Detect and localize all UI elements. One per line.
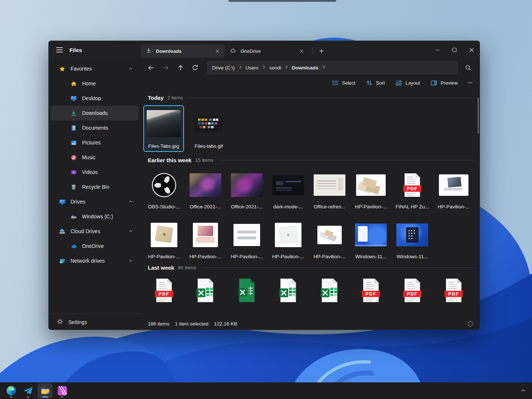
- taskbar-app-edge[interactable]: [4, 383, 18, 398]
- file-item[interactable]: HP-Pavilion-...: [185, 221, 226, 259]
- group-count: 2 items: [167, 95, 183, 100]
- file-item[interactable]: Office-2021-...: [226, 171, 267, 209]
- sidebar-section-favorites[interactable]: Favorites: [51, 61, 139, 76]
- sidebar-item-home[interactable]: Home: [51, 76, 139, 91]
- file-item[interactable]: HP-Pavilion-...: [267, 221, 309, 259]
- layout-button[interactable]: Layout: [391, 77, 424, 89]
- sidebar-item-pictures[interactable]: Pictures: [51, 135, 139, 150]
- more-options-button[interactable]: [464, 77, 476, 88]
- file-item[interactable]: HP-Pavilion-...: [309, 221, 350, 259]
- file-item[interactable]: PDF: [143, 277, 185, 303]
- tab-label: Downloads: [156, 48, 209, 54]
- sidebar-section-label: Network drives: [71, 258, 123, 264]
- tray-chevron-icon[interactable]: [521, 388, 528, 394]
- forward-button[interactable]: [159, 62, 172, 74]
- file-name: FINAL HP Zu...: [396, 204, 429, 209]
- titlebar: Files DownloadsOneDrive: [48, 41, 480, 59]
- chevron-down-icon[interactable]: [128, 258, 133, 263]
- sidebar-item-onedrive[interactable]: OneDrive: [51, 239, 139, 253]
- file-item[interactable]: HP-Pavilion-...: [143, 221, 185, 259]
- drives-icon: [59, 199, 65, 205]
- sidebar-item-windows-c[interactable]: Windows (C:): [51, 209, 139, 224]
- close-button[interactable]: [463, 41, 480, 59]
- file-item[interactable]: Office-2021-...: [185, 171, 226, 209]
- sidebar-item-documents[interactable]: Documents: [51, 120, 139, 135]
- tab-downloads[interactable]: Downloads: [141, 45, 225, 58]
- file-item[interactable]: PDF: [350, 277, 392, 303]
- view-toolbar: SelectSortLayoutPreview: [141, 76, 480, 89]
- breadcrumb-segment[interactable]: Users: [246, 65, 259, 71]
- photo-hp-side-thumbnail: [233, 221, 260, 249]
- address-breadcrumb[interactable]: Drive (C:\)UserssendiDownloads: [207, 61, 458, 74]
- file-name: Office-refres...: [314, 204, 345, 209]
- maximize-button[interactable]: [446, 41, 463, 59]
- sidebar-item-recycle-bin[interactable]: Recycle Bin: [51, 180, 139, 194]
- up-button[interactable]: [174, 62, 187, 74]
- search-icon[interactable]: [461, 62, 475, 74]
- sort-icon: [366, 79, 373, 86]
- back-button[interactable]: [144, 62, 157, 74]
- sort-button[interactable]: Sort: [361, 77, 389, 89]
- file-name: Files-Tabs.jpg: [148, 143, 179, 149]
- sidebar-section-cloud-drives[interactable]: Cloud Drives: [51, 224, 139, 239]
- toolbar-label: Layout: [406, 80, 420, 86]
- file-item[interactable]: Windows-11...: [392, 221, 433, 259]
- close-tab-icon[interactable]: [213, 47, 221, 55]
- file-item[interactable]: HP-Pavilion-...: [433, 171, 474, 209]
- file-item[interactable]: dark-mode-...: [267, 171, 309, 209]
- status-selected: 1 item selected: [175, 321, 209, 327]
- gear-icon: [57, 318, 63, 326]
- pdf-thumbnail: PDF: [402, 277, 422, 303]
- taskbar-app-files[interactable]: [38, 383, 52, 398]
- sidebar-item-downloads[interactable]: Downloads: [51, 106, 139, 120]
- svg-text:PDF: PDF: [158, 291, 169, 297]
- file-name: OBS-Studio-...: [148, 204, 180, 209]
- preview-button[interactable]: Preview: [426, 77, 462, 89]
- breadcrumb-segment[interactable]: sendi: [269, 65, 281, 71]
- file-item[interactable]: Files-tabs.gif: [188, 105, 229, 152]
- new-tab-button[interactable]: [316, 45, 327, 57]
- tab-onedrive[interactable]: OneDrive: [225, 45, 309, 58]
- recycle-bin-icon: [71, 184, 77, 190]
- file-item[interactable]: Office-refres...: [309, 171, 350, 209]
- chevron-up-icon[interactable]: [128, 229, 133, 234]
- chevron-up-icon[interactable]: [128, 199, 133, 204]
- file-item[interactable]: Files-Tabs.jpg: [143, 105, 184, 152]
- file-item[interactable]: OBS-Studio-...: [143, 171, 185, 209]
- sidebar-section-network-drives[interactable]: Network drives: [51, 253, 139, 268]
- sidebar-item-label: Windows (C:): [82, 214, 133, 219]
- sidebar-item-music[interactable]: Music: [51, 150, 139, 165]
- breadcrumb-chevron-icon: [284, 65, 289, 70]
- photo-office-b-thumbnail: [231, 171, 263, 200]
- chevron-up-icon[interactable]: [128, 66, 133, 71]
- file-item[interactable]: HP-Pavilion-...: [350, 171, 392, 209]
- file-item[interactable]: [267, 277, 309, 303]
- breadcrumb-segment[interactable]: Drive (C:\): [212, 65, 235, 71]
- taskbar-app-affinity-photo[interactable]: [55, 383, 69, 398]
- sidebar-section-drives[interactable]: Drives: [51, 194, 139, 209]
- scrollbar[interactable]: [478, 98, 479, 134]
- obs-logo-thumbnail: [151, 171, 177, 200]
- group-title: Earlier this week: [148, 157, 191, 163]
- select-button[interactable]: Select: [327, 77, 360, 89]
- toolbar-label: Sort: [376, 80, 385, 86]
- file-item[interactable]: PDF: [433, 277, 474, 303]
- close-tab-icon[interactable]: [297, 47, 306, 55]
- sidebar-item-settings[interactable]: Settings: [48, 314, 141, 330]
- file-item[interactable]: [185, 277, 226, 303]
- file-item[interactable]: PDFFINAL HP Zu...: [392, 171, 433, 209]
- file-name: HP-Pavilion-...: [314, 254, 345, 259]
- breadcrumb-segment[interactable]: Downloads: [292, 65, 318, 71]
- file-item[interactable]: Windows-11...: [350, 221, 392, 259]
- minimize-button[interactable]: [429, 41, 446, 59]
- sidebar-item-videos[interactable]: Videos: [51, 165, 139, 180]
- sidebar-item-desktop[interactable]: Desktop: [51, 91, 139, 106]
- file-item[interactable]: [226, 277, 267, 303]
- taskbar-app-telegram[interactable]: [21, 383, 35, 398]
- file-item[interactable]: [309, 277, 350, 303]
- menu-icon[interactable]: [56, 47, 63, 52]
- file-item[interactable]: HP-Pavilion-...: [226, 221, 267, 259]
- file-grid-earlier-this-week: OBS-Studio-...Office-2021-...Office-2021…: [143, 171, 476, 259]
- file-item[interactable]: PDF: [392, 277, 433, 303]
- refresh-button[interactable]: [189, 62, 201, 74]
